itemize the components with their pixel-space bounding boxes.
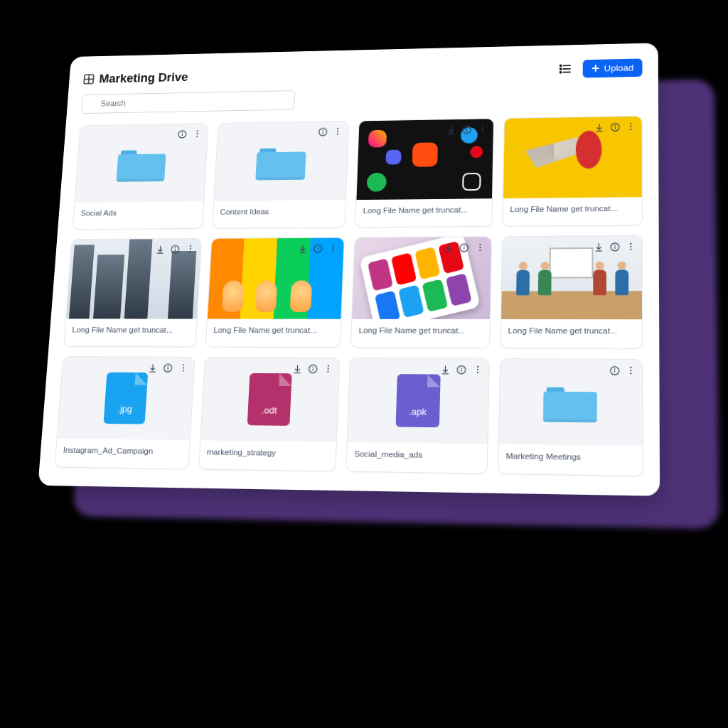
svg-point-66 (182, 370, 183, 371)
svg-point-81 (614, 368, 615, 369)
card-label: Long File Name get truncat... (206, 319, 341, 343)
svg-point-24 (337, 134, 338, 135)
svg-point-40 (190, 245, 191, 247)
download-icon[interactable] (439, 363, 452, 376)
card-actions (316, 125, 344, 137)
card-preview (499, 359, 643, 446)
more-icon[interactable] (183, 243, 196, 255)
info-icon[interactable] (458, 241, 471, 254)
more-icon[interactable] (624, 364, 638, 377)
svg-point-78 (476, 372, 478, 373)
info-icon[interactable] (161, 362, 175, 375)
download-icon[interactable] (592, 121, 605, 133)
file-card[interactable]: Social Ads (73, 123, 208, 230)
more-icon[interactable] (473, 241, 487, 254)
card-label: Long File Name get truncat... (503, 197, 642, 222)
list-icon (559, 63, 572, 75)
file-ext: .odt (262, 405, 277, 416)
svg-point-8 (560, 72, 561, 73)
download-icon[interactable] (445, 124, 458, 136)
card-preview: .apk (348, 358, 488, 444)
info-icon[interactable] (176, 128, 188, 140)
search-input[interactable] (81, 90, 295, 114)
more-icon[interactable] (176, 362, 190, 375)
file-card[interactable]: .apkSocial_media_ads (346, 358, 489, 474)
card-label: Content Ideas (213, 200, 346, 224)
info-icon[interactable] (609, 121, 621, 133)
svg-point-42 (189, 251, 191, 252)
folder-icon (543, 382, 597, 423)
svg-point-65 (182, 367, 183, 368)
card-actions (154, 243, 196, 255)
svg-point-79 (610, 366, 619, 375)
info-icon[interactable] (608, 240, 621, 253)
svg-point-58 (630, 243, 631, 245)
svg-point-54 (479, 250, 481, 251)
file-card[interactable]: Content Ideas (212, 121, 349, 229)
download-icon[interactable] (296, 242, 309, 255)
list-view-toggle[interactable] (555, 60, 575, 79)
svg-point-41 (189, 248, 191, 250)
more-icon[interactable] (321, 363, 335, 375)
more-icon[interactable] (326, 242, 339, 254)
file-icon: .apk (395, 374, 440, 427)
download-icon[interactable] (146, 361, 159, 374)
info-icon[interactable] (316, 126, 329, 138)
svg-point-51 (464, 245, 465, 246)
svg-point-16 (196, 130, 198, 132)
thumbnail-megaphone (503, 117, 642, 198)
page-title: Marketing Drive (99, 70, 188, 86)
svg-point-52 (479, 244, 481, 245)
download-icon[interactable] (154, 243, 166, 255)
svg-point-45 (318, 246, 318, 247)
svg-point-34 (630, 123, 631, 124)
svg-point-71 (328, 368, 329, 370)
file-card[interactable]: Long File Name get truncat... (350, 236, 492, 348)
card-actions (441, 241, 486, 254)
info-icon[interactable] (311, 242, 324, 255)
header: Marketing Drive Upload (83, 58, 643, 88)
svg-point-33 (615, 125, 616, 126)
card-actions (176, 128, 203, 140)
card-label: Long File Name get truncat... (355, 198, 491, 223)
card-actions (592, 240, 637, 253)
info-icon[interactable] (460, 123, 473, 135)
svg-point-21 (323, 130, 323, 131)
file-ext: .apk (409, 406, 427, 417)
file-card[interactable]: .jpgInstagram_Ad_Campaign (55, 356, 195, 469)
more-icon[interactable] (476, 123, 488, 135)
file-card[interactable]: Long File Name get truncat... (63, 238, 201, 347)
download-icon[interactable] (291, 362, 304, 375)
svg-point-60 (630, 249, 631, 250)
upload-button[interactable]: Upload (582, 58, 642, 77)
card-label: marketing_strategy (199, 440, 336, 466)
layout-grid-icon (83, 74, 95, 85)
file-card[interactable]: Long File Name get truncat... (355, 118, 494, 228)
card-preview (214, 122, 348, 201)
info-icon[interactable] (608, 364, 621, 377)
info-icon[interactable] (306, 363, 319, 375)
file-card[interactable]: Long File Name get truncat... (500, 235, 643, 349)
svg-point-53 (479, 247, 481, 248)
svg-point-57 (614, 245, 615, 245)
download-icon[interactable] (592, 240, 605, 253)
info-icon[interactable] (168, 243, 181, 255)
svg-point-82 (630, 367, 631, 368)
download-icon[interactable] (441, 241, 454, 254)
svg-point-18 (196, 136, 198, 137)
file-card[interactable]: Long File Name get truncat... (205, 237, 344, 348)
card-label: Long File Name get truncat... (351, 319, 489, 343)
more-icon[interactable] (624, 120, 637, 132)
more-icon[interactable] (191, 128, 203, 140)
info-icon[interactable] (455, 363, 469, 376)
file-card[interactable]: .odtmarketing_strategy (198, 357, 341, 471)
file-card[interactable]: Long File Name get truncat... (502, 116, 643, 227)
svg-point-83 (630, 370, 631, 371)
svg-point-70 (328, 365, 329, 367)
more-icon[interactable] (624, 240, 638, 253)
card-preview (503, 117, 642, 198)
card-preview (501, 236, 642, 319)
more-icon[interactable] (331, 125, 344, 137)
file-card[interactable]: Marketing Meetings (498, 358, 643, 476)
more-icon[interactable] (471, 363, 484, 376)
